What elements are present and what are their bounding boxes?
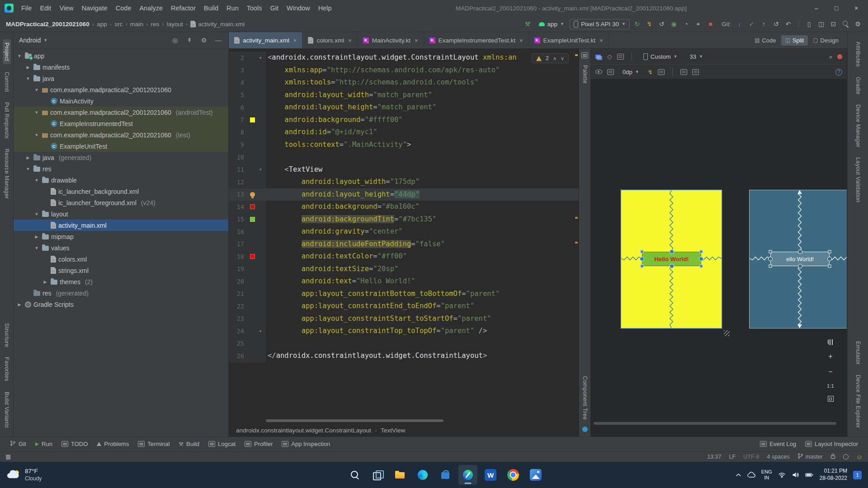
intention-bulb-icon[interactable] [250,192,255,197]
menu-view[interactable]: View [55,3,77,14]
theme-selector-icon[interactable] [617,54,624,60]
search-everywhere-button[interactable] [840,19,851,29]
breadcrumb-main[interactable]: main [129,20,145,28]
menu-build[interactable]: Build [200,3,222,14]
code-line-4[interactable]: 4 xmlns:tools="http://schemas.android.co… [229,76,579,89]
code-line-13[interactable]: 13 android:layout_height="44dp" [229,188,579,201]
attach-debugger-button[interactable]: ⌖ [693,19,704,29]
code-line-20[interactable]: 20 android:text="Hello World!" [229,275,579,288]
tree-item-themes-2[interactable]: ▶themes(2) [14,276,228,287]
menu-git[interactable]: Git [266,3,283,14]
pan-tool-icon[interactable] [828,339,834,345]
constraint-anchor[interactable] [798,264,802,268]
infer-constraints-icon[interactable] [658,69,665,75]
code-line-19[interactable]: 19 android:textSize="20sp" [229,263,579,276]
taskbar-store-icon[interactable] [436,465,455,485]
wifi-icon[interactable] [778,471,786,479]
breadcrumb-res[interactable]: res [149,20,160,28]
device-resize-handle[interactable] [724,330,730,336]
volume-icon[interactable] [792,471,799,479]
fold-marker[interactable]: ▾ [257,329,264,333]
editor-horizontal-scrollbar[interactable] [266,418,572,423]
breadcrumb-src[interactable]: src [113,20,124,28]
expanded-chevron-icon[interactable]: ▼ [33,110,40,115]
tray-expand-icon[interactable] [736,473,741,477]
tree-item-res-generated[interactable]: res(generated) [14,287,228,299]
zoom-out-button[interactable]: − [828,368,832,376]
tool-tab-attributes[interactable]: Attributes [855,42,861,67]
tree-item-app[interactable]: ▼app [14,50,228,61]
taskbar-word-icon[interactable]: W [481,465,500,485]
feedback-smiley-icon[interactable]: ☺ [856,453,863,460]
tree-item-exampleinstrumentedtest[interactable]: CExampleInstrumentedTest [14,118,228,129]
debug-button[interactable]: ◉ [668,19,679,29]
mode-design-button[interactable]: ▢Design [809,35,843,46]
clear-constraints-icon[interactable]: ↯ [648,69,653,75]
git-branch-widget[interactable]: master [797,453,823,460]
tool-tab-structure[interactable]: Structure [4,323,10,347]
taskbar-file-explorer-icon[interactable] [391,465,410,485]
code-line-24[interactable]: 24▾ app:layout_constraintTop_toTopOf="pa… [229,325,579,338]
tool-tab-layout-validation[interactable]: Layout Validation [855,157,861,202]
inspection-widget[interactable]: 2 ∧ ∨ [532,53,569,63]
next-issue-icon[interactable]: ∨ [561,56,564,61]
rerun-button[interactable]: ↻ [632,19,643,29]
tool-tab-device-manager[interactable]: Device Manager [855,104,861,147]
code-line-7[interactable]: 7 android:background="#ffff00" [229,114,579,127]
corner-handle[interactable] [828,250,831,253]
tree-item-mainactivity[interactable]: CMainActivity [14,95,228,107]
tool-tab-gradle[interactable]: Gradle [855,77,861,94]
constraint-anchor[interactable] [827,257,832,261]
commit-button[interactable]: ✓ [746,19,757,29]
tab-exampleinstrumentedtest-kt[interactable]: KExampleInstrumentedTest.kt× [424,32,529,48]
tool-tab-build-variants[interactable]: Build Variants [4,392,10,428]
menu-navigate[interactable]: Navigate [78,3,112,14]
rollback-button[interactable]: ↶ [783,19,794,29]
collapsed-chevron-icon[interactable]: ▶ [25,65,31,70]
notifications-icon[interactable] [843,454,849,460]
mode-split-button[interactable]: ◫Split [781,35,808,46]
zoom-in-button[interactable]: + [828,352,832,361]
toolwindow-event-log-button[interactable]: Event Log [755,441,801,447]
tree-item-manifests[interactable]: ▶manifests [14,61,228,73]
tree-item-ic-launcher-foreground-xml-v24[interactable]: ic_launcher_foreground.xml(v24) [14,197,228,208]
toolwindow-git-button[interactable]: Git [5,437,31,451]
code-line-14[interactable]: 14 android:background="#ba160c" [229,201,579,213]
minimize-button[interactable]: – [807,0,826,16]
code-line-25[interactable]: 25 [229,338,579,350]
menu-run[interactable]: Run [222,3,243,14]
code-line-2[interactable]: 2▾<androidx.constraintlayout.widget.Cons… [229,52,579,64]
code-line-3[interactable]: 3 xmlns:app="http://schemas.android.com/… [229,64,579,77]
fold-marker[interactable]: ▾ [257,56,264,60]
code-line-12[interactable]: 12 android:layout_width="175dp" [229,176,579,188]
zoom-actual-button[interactable]: 1:1 [827,383,834,389]
project-view-selector[interactable]: Android [19,37,41,44]
tool-tab-commit[interactable]: Commit [4,72,10,92]
settings-icon[interactable]: ⚙ [199,36,208,45]
color-swatch[interactable] [250,217,255,222]
taskbar-edge-icon[interactable] [413,465,432,485]
toolwindow-profiler-button[interactable]: Profiler [240,437,277,451]
expanded-chevron-icon[interactable]: ▼ [16,54,23,58]
align-icon[interactable] [692,69,699,75]
corner-handle[interactable] [769,250,772,253]
constraint-anchor[interactable] [670,264,674,268]
toolwindow-terminal-button[interactable]: Terminal [133,437,174,451]
tree-item-com-example-madpractical2-20012021060-androidtest[interactable]: ▼com.example.madpractical2_20012021060(a… [14,107,228,118]
blueprint-preview-device[interactable]: ello World! [749,190,847,328]
tree-item-activity-main-xml[interactable]: activity_main.xml [14,220,228,231]
lock-icon[interactable] [830,453,835,460]
cursor-position[interactable]: 13:37 [707,454,721,460]
tool-tab-device-file-explorer[interactable]: Device File Explorer [855,375,861,428]
language-indicator[interactable]: ENG IN [761,469,772,481]
constraint-anchor[interactable] [670,249,674,254]
tree-item-java[interactable]: ▼java [14,73,228,84]
editor-content[interactable]: 2▾<androidx.constraintlayout.widget.Cons… [229,49,579,418]
collapsed-chevron-icon[interactable]: ▶ [33,235,40,239]
corner-handle[interactable] [700,265,703,268]
expanded-chevron-icon[interactable]: ▼ [33,178,40,183]
breadcrumb-madpractical2-20012021060[interactable]: MADPractical2_20012021060 [5,20,91,28]
tab-exampleunittest-kt[interactable]: KExampleUnitTest.kt× [529,32,609,48]
design-scrollbar[interactable] [594,422,844,425]
breadcrumb-layout[interactable]: layout [165,20,184,28]
